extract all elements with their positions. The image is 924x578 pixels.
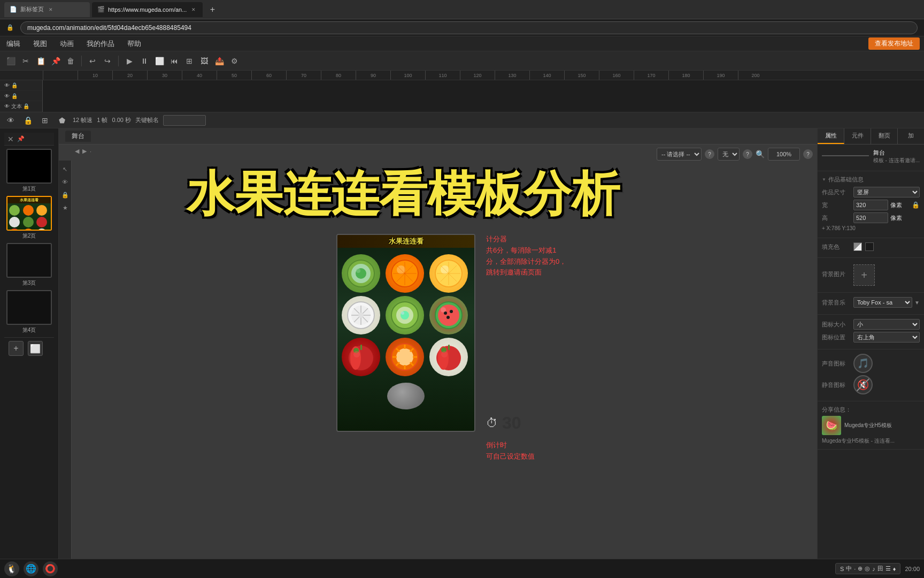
stage-canvas[interactable]: ◀ ▶ · -- 请选择 -- ? 无 ? 🔍 ? ↖ — [59, 144, 817, 559]
tool-pause[interactable]: ⏸ — [138, 55, 151, 67]
add-bg-btn[interactable]: + — [853, 264, 875, 286]
icon-pos-select[interactable]: 右上角 — [853, 332, 920, 343]
menu-myworks[interactable]: 我的作品 — [84, 38, 117, 50]
height-input[interactable] — [853, 212, 888, 223]
bg-music-select[interactable]: Toby Fox - sa — [853, 297, 912, 308]
tab-close-btn[interactable]: ✕ — [47, 6, 55, 13]
tool-export[interactable]: 📤 — [213, 55, 226, 67]
ime-grid[interactable]: 田 — [877, 565, 883, 573]
kf-shape-btn[interactable]: ⬟ — [56, 114, 68, 127]
pin-icon[interactable]: 📌 — [17, 135, 25, 142]
tab-add[interactable]: 加 — [898, 128, 924, 144]
taskbar-wechat-icon[interactable]: 🐧 — [4, 561, 19, 576]
tab-properties[interactable]: 属性 — [818, 128, 844, 144]
tool-settings[interactable]: ⚙ — [228, 55, 241, 67]
svg-point-3 — [356, 269, 360, 273]
ime-toolbar[interactable]: S 中 · ⊕ ◎ ♪ 田 ☰ ♦ — [835, 563, 901, 574]
left-tool-eye[interactable]: 👁 — [60, 177, 71, 187]
tool-copy[interactable]: 📋 — [34, 55, 47, 67]
tool-rect[interactable]: ⬜ — [153, 55, 166, 67]
fill-color-transparent[interactable] — [853, 242, 862, 251]
taskbar-time: 20:00 — [905, 566, 920, 572]
tool-redo[interactable]: ↪ — [101, 55, 114, 67]
taskbar-browser-icon[interactable]: 🌐 — [24, 561, 38, 576]
eye-icon-2[interactable]: 👁 — [4, 93, 10, 99]
fruit-7[interactable] — [342, 338, 380, 376]
page-item-2[interactable]: 水果连连看 — [4, 196, 54, 240]
ime-zh[interactable]: 中 — [846, 565, 852, 573]
fruit-4[interactable] — [342, 296, 380, 334]
help-btn-3[interactable]: ? — [803, 149, 813, 159]
stage-arrow-right[interactable]: ▶ — [82, 148, 87, 155]
tool-undo[interactable]: ↩ — [86, 55, 99, 67]
ime-music[interactable]: ♪ — [872, 566, 875, 572]
left-tool-lock[interactable]: 🔒 — [60, 189, 71, 200]
fruit-6[interactable] — [429, 296, 468, 334]
fruit-9[interactable] — [429, 338, 468, 376]
help-btn-1[interactable]: ? — [705, 149, 714, 159]
tab-active-close-btn[interactable]: ✕ — [190, 6, 197, 13]
tool-select[interactable]: ⬛ — [4, 55, 17, 67]
menu-help[interactable]: 帮助 — [125, 38, 143, 50]
chevron-down-icon[interactable]: ▼ — [914, 300, 920, 306]
width-input[interactable] — [853, 200, 888, 210]
ruler-mark-190: 190 — [703, 71, 738, 80]
tool-img[interactable]: 🖼 — [198, 55, 211, 67]
page-item-3[interactable]: 第3页 — [4, 243, 54, 287]
eye-icon-3[interactable]: 👁 — [4, 103, 10, 109]
duplicate-page-btn[interactable]: ⬜ — [28, 341, 43, 356]
tab-active[interactable]: 🎬 https://www.mugeda.com/an... ✕ — [92, 2, 203, 17]
left-tool-star[interactable]: ★ — [60, 202, 71, 213]
fill-color-swatch[interactable] — [865, 242, 874, 251]
menu-edit[interactable]: 编辑 — [4, 38, 22, 50]
taskbar-right: S 中 · ⊕ ◎ ♪ 田 ☰ ♦ 20:00 — [835, 563, 920, 574]
filter-select[interactable]: 无 — [718, 148, 740, 161]
width-lock-icon[interactable]: 🔒 — [912, 201, 920, 209]
kf-grid-btn[interactable]: ⊞ — [38, 114, 51, 127]
keyframe-name-input[interactable] — [163, 115, 206, 126]
icon-size-select[interactable]: 小 — [853, 319, 920, 330]
fruit-8[interactable] — [386, 338, 424, 376]
page-item-4[interactable]: 第4页 — [4, 290, 54, 334]
eye-icon[interactable]: 👁 — [4, 82, 10, 88]
kf-lock-btn[interactable]: 🔒 — [21, 114, 34, 127]
sound-icon-btn[interactable]: 🎵 — [853, 354, 873, 373]
tab-elements[interactable]: 元件 — [844, 128, 871, 144]
new-tab-btn[interactable]: + — [205, 2, 220, 17]
menu-animation[interactable]: 动画 — [58, 38, 76, 50]
menu-view[interactable]: 视图 — [31, 38, 49, 50]
add-page-btn[interactable]: + — [9, 341, 24, 356]
help-btn-2[interactable]: ? — [743, 149, 752, 159]
fruit-5[interactable] — [386, 296, 424, 334]
tool-paste[interactable]: 📌 — [49, 55, 62, 67]
page-item-1[interactable]: 第1页 — [4, 149, 54, 193]
template-label: 模板 - 连连看邀请... — [873, 157, 920, 164]
tab-inactive[interactable]: 📄 新标签页 ✕ — [4, 2, 90, 17]
publish-button[interactable]: 查看发布地址 — [868, 37, 920, 50]
ime-diamond[interactable]: ♦ — [893, 566, 896, 572]
ime-menu[interactable]: ☰ — [886, 565, 891, 572]
tab-pages[interactable]: 翻页 — [871, 128, 898, 144]
mute-icon-btn[interactable]: 🔇 — [853, 375, 873, 394]
zoom-input[interactable] — [768, 148, 800, 161]
size-select[interactable]: 竖屏 — [853, 187, 920, 197]
stage-arrow-left[interactable]: ◀ — [75, 148, 79, 155]
stage-tab[interactable]: 舞台 — [65, 131, 91, 142]
fruit-2[interactable] — [386, 254, 424, 293]
kf-eye-btn[interactable]: 👁 — [4, 114, 17, 127]
ruler-mark-50: 50 — [217, 71, 251, 80]
taskbar-app-icon[interactable]: ⭕ — [43, 561, 58, 576]
fruit-1[interactable] — [342, 254, 380, 293]
ime-circle[interactable]: ◎ — [865, 565, 870, 572]
search-icon[interactable]: 🔍 — [756, 150, 765, 158]
left-tool-arrow[interactable]: ↖ — [60, 164, 71, 174]
tool-grid[interactable]: ⊞ — [183, 55, 196, 67]
tool-prev-frame[interactable]: ⏮ — [168, 55, 181, 67]
tool-cut[interactable]: ✂ — [19, 55, 32, 67]
tool-play[interactable]: ▶ — [123, 55, 136, 67]
fruit-3[interactable] — [429, 254, 468, 293]
panel-close-btn[interactable]: ✕ — [7, 135, 14, 143]
tool-delete[interactable]: 🗑 — [64, 55, 77, 67]
address-input[interactable]: mugeda.com/animation/edit/5fd04da4ecb65e… — [20, 21, 918, 34]
ime-at[interactable]: ⊕ — [858, 565, 863, 572]
